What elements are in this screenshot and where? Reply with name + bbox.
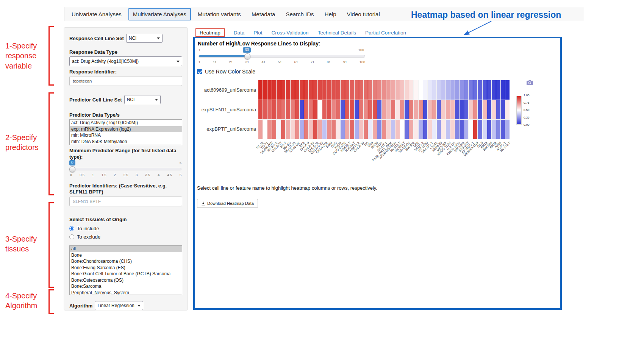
heatmap-cell[interactable] bbox=[496, 100, 500, 119]
heatmap-cell[interactable] bbox=[377, 120, 381, 139]
heatmap-cell[interactable] bbox=[304, 100, 308, 119]
heatmap-cell[interactable] bbox=[258, 80, 263, 100]
tab-data[interactable]: Data bbox=[234, 30, 245, 36]
heatmap-cell[interactable] bbox=[286, 120, 290, 139]
heatmap-cell[interactable] bbox=[386, 80, 391, 100]
heatmap-cell[interactable] bbox=[405, 100, 409, 119]
heatmap-cell[interactable] bbox=[437, 100, 441, 119]
heatmap-cell[interactable] bbox=[432, 100, 436, 119]
heatmap-cell[interactable] bbox=[309, 100, 313, 119]
heatmap-cell[interactable] bbox=[377, 100, 381, 119]
heatmap-cell[interactable] bbox=[464, 80, 468, 100]
heatmap-cell[interactable] bbox=[263, 120, 267, 139]
heatmap-cell[interactable] bbox=[258, 100, 263, 119]
heatmap-cell[interactable] bbox=[281, 120, 285, 139]
nav-univariate-analyses[interactable]: Univariate Analyses bbox=[68, 9, 125, 20]
heatmap-cell[interactable] bbox=[364, 100, 368, 119]
heatmap-cell[interactable] bbox=[391, 120, 395, 139]
heatmap-cell[interactable] bbox=[359, 80, 363, 100]
heatmap-cell[interactable] bbox=[450, 80, 455, 100]
heatmap-cell[interactable] bbox=[437, 120, 441, 139]
predictor-data-type-option[interactable]: exp: mRNA Expression (log2) bbox=[70, 126, 182, 133]
min-predictor-range-track[interactable] bbox=[70, 168, 181, 170]
heatmap-cell[interactable] bbox=[341, 100, 345, 119]
heatmap-cell[interactable] bbox=[400, 120, 404, 139]
heatmap-cell[interactable] bbox=[258, 120, 263, 139]
heatmap-cell[interactable] bbox=[391, 80, 395, 100]
tissue-option[interactable]: Bone:Sarcoma bbox=[70, 283, 182, 290]
heatmap-cell[interactable] bbox=[446, 80, 450, 100]
heatmap-cell[interactable] bbox=[419, 100, 423, 119]
heatmap-cell[interactable] bbox=[359, 120, 363, 139]
heatmap-cell[interactable] bbox=[350, 80, 354, 100]
heatmap-cell[interactable] bbox=[309, 80, 313, 100]
heatmap-cell[interactable] bbox=[327, 80, 331, 100]
heatmap-cell[interactable] bbox=[405, 80, 409, 100]
heatmap-row-label[interactable]: expBPTF_uniSarcoma bbox=[195, 126, 256, 132]
heatmap-cell[interactable] bbox=[455, 80, 459, 100]
response-identifier-input[interactable] bbox=[69, 76, 182, 86]
heatmap-cell[interactable] bbox=[496, 120, 500, 139]
heatmap-cell[interactable] bbox=[267, 120, 272, 139]
heatmap-cell[interactable] bbox=[382, 80, 386, 100]
tab-plot[interactable]: Plot bbox=[253, 30, 262, 36]
nav-multivariate-analyses[interactable]: Multivariate Analyses bbox=[128, 8, 191, 20]
heatmap-cell[interactable] bbox=[501, 80, 505, 100]
heatmap-cell[interactable] bbox=[414, 80, 418, 100]
heatmap-cell[interactable] bbox=[373, 120, 377, 139]
heatmap-cell[interactable] bbox=[313, 80, 317, 100]
heatmap-cell[interactable] bbox=[473, 80, 477, 100]
heatmap-cell[interactable] bbox=[295, 80, 299, 100]
heatmap-cell[interactable] bbox=[318, 100, 322, 119]
heatmap-cell[interactable] bbox=[395, 120, 400, 139]
heatmap-cell[interactable] bbox=[272, 120, 276, 139]
heatmap-cell[interactable] bbox=[355, 80, 359, 100]
heatmap-cell[interactable] bbox=[478, 120, 482, 139]
heatmap-cell[interactable] bbox=[291, 120, 295, 139]
tissue-option[interactable]: all bbox=[70, 246, 182, 252]
heatmap-cell[interactable] bbox=[331, 80, 336, 100]
heatmap-cell[interactable] bbox=[341, 120, 345, 139]
nav-metadata[interactable]: Metadata bbox=[248, 9, 279, 20]
heatmap-cell[interactable] bbox=[368, 100, 372, 119]
heatmap-cell[interactable] bbox=[450, 100, 455, 119]
nav-help[interactable]: Help bbox=[321, 9, 340, 20]
tab-partial-correlation[interactable]: Partial Correlation bbox=[365, 30, 406, 36]
heatmap-cell[interactable] bbox=[359, 100, 363, 119]
heatmap-cell[interactable] bbox=[322, 80, 327, 100]
heatmap-cell[interactable] bbox=[345, 120, 349, 139]
heatmap-cell[interactable] bbox=[304, 80, 308, 100]
heatmap-cell[interactable] bbox=[483, 120, 487, 139]
heatmap-cell[interactable] bbox=[373, 100, 377, 119]
predictor-data-type-option[interactable]: act: Drug Activity (-log10[IC50M]) bbox=[70, 120, 182, 126]
heatmap-cell[interactable] bbox=[304, 120, 308, 139]
heatmap-cell[interactable] bbox=[487, 80, 491, 100]
camera-icon[interactable] bbox=[527, 80, 533, 87]
heatmap-cell[interactable] bbox=[428, 100, 432, 119]
heatmap-cell[interactable] bbox=[309, 120, 313, 139]
heatmap-cell[interactable] bbox=[291, 80, 295, 100]
heatmap-cell[interactable] bbox=[460, 80, 464, 100]
heatmap-cell[interactable] bbox=[267, 100, 272, 119]
tissue-option[interactable]: Peripheral_Nervous_System bbox=[70, 290, 182, 295]
heatmap-cell[interactable] bbox=[419, 80, 423, 100]
response-data-type-select[interactable]: act: Drug Activity (-log10[IC50M]) bbox=[69, 56, 182, 66]
heatmap-cell[interactable] bbox=[414, 120, 418, 139]
heatmap-cell[interactable] bbox=[322, 120, 327, 139]
heatmap-cell[interactable] bbox=[487, 100, 491, 119]
heatmap-cell[interactable] bbox=[419, 120, 423, 139]
heatmap-cell[interactable] bbox=[313, 120, 317, 139]
heatmap-cell[interactable] bbox=[400, 80, 404, 100]
heatmap-cell[interactable] bbox=[432, 80, 436, 100]
heatmap-cell[interactable] bbox=[409, 80, 413, 100]
heatmap-cell[interactable] bbox=[478, 80, 482, 100]
heatmap-cell[interactable] bbox=[331, 120, 336, 139]
heatmap-cell[interactable] bbox=[327, 100, 331, 119]
heatmap-cell[interactable] bbox=[423, 100, 427, 119]
response-cell-line-set-select[interactable]: NCI bbox=[126, 34, 163, 43]
heatmap-cell[interactable] bbox=[373, 80, 377, 100]
heatmap-cell[interactable] bbox=[382, 120, 386, 139]
predictor-data-type-option[interactable]: mth: DNA 850K Methylation bbox=[70, 139, 182, 145]
heatmap-cell[interactable] bbox=[441, 80, 445, 100]
heatmap-cell[interactable] bbox=[277, 120, 281, 139]
